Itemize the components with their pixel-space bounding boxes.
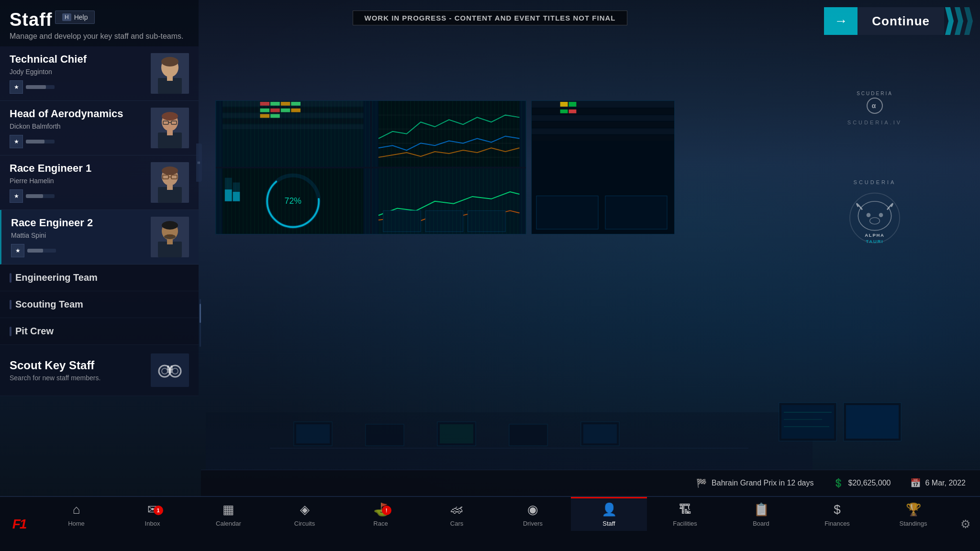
help-button[interactable]: H Help [55,11,95,24]
svg-point-98 [164,234,176,239]
nav-home[interactable]: ⌂ Home [38,497,114,531]
svg-rect-30 [383,210,421,231]
settings-button[interactable]: ⚙ [951,497,980,551]
staff-card-info-1: Technical Chief Jody Egginton ★ [10,53,145,93]
section-bar-2 [10,300,11,309]
nav-circuits-label: Circuits [294,520,315,527]
section-bar [10,273,11,283]
nav-inbox-label: Inbox [145,520,160,527]
svg-text:TAURI: TAURI [866,239,883,244]
svg-rect-45 [605,196,667,230]
money-status: 💲 $20,625,000 [833,478,891,488]
settings-icon: ⚙ [960,518,971,531]
staff-name-1: Jody Egginton [10,68,145,76]
svg-point-23 [267,175,319,227]
pit-crew-section[interactable]: Pit Crew [0,318,199,345]
svg-rect-21 [223,168,364,234]
svg-point-51 [867,213,871,217]
nav-cars-wrap: 🏎 Cars [419,497,495,551]
continue-label: Continue [858,7,944,35]
staff-nav-icon: 👤 [601,502,617,517]
nav-circuits[interactable]: ◈ Circuits [267,497,343,531]
svg-rect-76 [167,76,173,81]
stat-bar-1 [26,85,55,89]
svg-point-102 [172,368,178,374]
chevron-2 [955,7,963,35]
chevron-1 [945,7,954,35]
nav-standings[interactable]: 🏆 Standings [875,497,951,531]
money-label: $20,625,000 [848,479,891,487]
stat-bar-3 [26,194,55,198]
staff-stat-2: ★ [10,135,145,148]
f1-logo-area: F1 [0,497,38,551]
staff-name-3: Pierre Hamelin [10,177,145,185]
help-key: H [62,13,71,21]
svg-rect-31 [425,210,463,231]
stat-bar-4 [27,249,56,253]
svg-rect-44 [536,196,598,230]
nav-facilities[interactable]: 🏗 Facilities [647,497,723,531]
scouting-team-section[interactable]: Scouting Team [0,291,199,318]
engineering-team-section[interactable]: Engineering Team [0,264,199,291]
svg-rect-63 [583,424,617,443]
svg-rect-62 [440,424,473,443]
engineering-team-label: Engineering Team [15,272,98,283]
scout-key-staff-card[interactable]: Scout Key Staff Search for new staff mem… [0,345,199,396]
date-label: 6 Mar, 2022 [925,479,966,487]
monitor-display: 72% [215,100,526,234]
nav-drivers-wrap: ◉ Drivers [495,497,571,551]
svg-text:72%: 72% [285,196,302,205]
nav-staff[interactable]: 👤 Staff [571,497,647,531]
alphatauri-top-logo: SCUDERIA α SCUDERIA.IV [808,57,942,153]
staff-stat-1: ★ [10,80,145,94]
staff-card-race-eng-1[interactable]: Race Engineer 1 Pierre Hamelin ★ [0,155,199,210]
svg-rect-34 [532,101,674,108]
page-subtitle: Manage and develop your key staff and su… [10,32,189,41]
svg-rect-39 [532,135,674,141]
svg-rect-10 [260,109,270,112]
staff-card-aero[interactable]: Head of Aerodynamics Dickon Balmforth ★ [0,101,199,155]
svg-point-95 [162,221,178,230]
svg-rect-2 [223,108,364,112]
svg-rect-7 [270,102,280,106]
staff-card-race-eng-2[interactable]: Race Engineer 2 Mattia Spini ★ [0,210,199,264]
nav-circuits-wrap: ◈ Circuits [267,497,343,551]
finances-icon: $ [834,502,840,517]
nav-finances[interactable]: $ Finances [799,497,875,531]
sidebar-drag-handle[interactable] [196,143,202,182]
nav-calendar[interactable]: ▦ Calendar [190,497,267,531]
staff-stat-3: ★ [10,189,145,203]
continue-button[interactable]: → Continue [824,7,973,35]
staff-role-4: Race Engineer 2 [11,217,145,229]
star-icon-3: ★ [10,189,23,203]
svg-rect-3 [223,113,364,118]
calendar-nav-icon: ▦ [223,502,234,517]
nav-inbox[interactable]: ✉ Inbox [114,497,190,531]
calendar-icon: 📅 [910,478,921,488]
nav-standings-label: Standings [900,520,927,527]
staff-avatar-1 [151,53,189,94]
nav-items: ⌂ Home ✉ Inbox 1 ▦ Calendar ◈ Circuits [38,497,951,551]
svg-rect-104 [167,365,169,370]
nav-cars[interactable]: 🏎 Cars [419,497,495,531]
nav-board[interactable]: 📋 Board [723,497,799,531]
home-icon: ⌂ [73,502,80,517]
svg-rect-35 [532,109,674,114]
binoculars-icon [151,353,189,387]
circuits-icon: ◈ [300,502,310,517]
screen-cell-1 [216,101,370,167]
nav-home-wrap: ⌂ Home [38,497,114,551]
nav-race[interactable]: ⛳ Race [343,497,419,531]
page-title: Staff [10,10,52,30]
staff-avatar-2 [151,108,189,148]
nav-calendar-label: Calendar [216,520,241,527]
facilities-icon: 🏗 [679,502,691,517]
staff-card-technical-chief[interactable]: Technical Chief Jody Egginton ★ [0,46,199,101]
svg-rect-41 [569,102,577,107]
svg-rect-57 [366,424,404,446]
nav-drivers[interactable]: ◉ Drivers [495,497,571,531]
svg-rect-14 [260,114,270,118]
svg-rect-68 [846,405,899,439]
stat-bar-2 [26,140,55,143]
svg-point-50 [858,201,891,231]
